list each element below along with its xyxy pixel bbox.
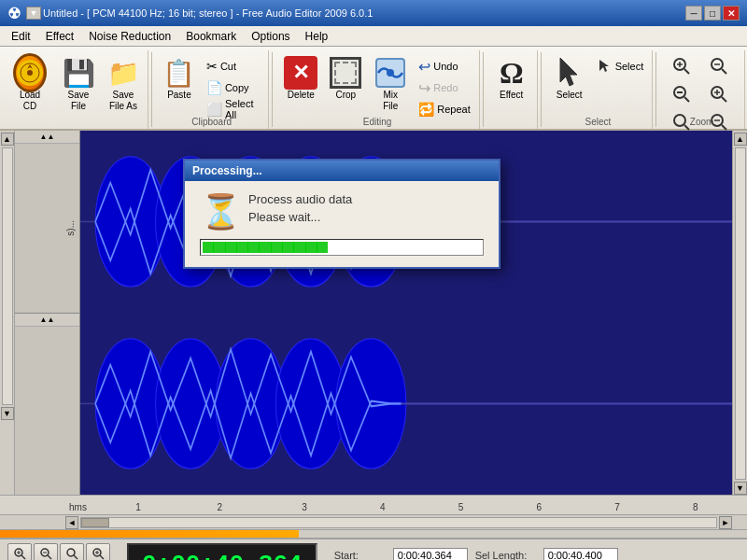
paste-label: Paste xyxy=(167,90,191,100)
cut-button[interactable]: ✂ Cut xyxy=(202,56,264,77)
delete-button[interactable]: ✕ Delete xyxy=(279,52,322,104)
right-scroll-down-btn[interactable]: ▼ xyxy=(734,482,747,495)
zoom-out-button[interactable] xyxy=(700,52,736,78)
close-btn[interactable]: ✕ xyxy=(723,6,740,21)
zoom-in-transport[interactable] xyxy=(7,543,32,560)
dialog-title: Processing... xyxy=(192,164,262,177)
save-file-as-button[interactable]: 📁 SaveFile As xyxy=(103,52,144,116)
select-group-label: Select xyxy=(544,117,653,127)
h-scroll-track[interactable] xyxy=(80,517,717,528)
ch1-label: s)... xyxy=(15,144,79,313)
svg-point-1 xyxy=(27,70,33,76)
progress-block xyxy=(272,242,282,253)
zoom-btn4[interactable] xyxy=(700,80,736,106)
ribbon-group-editing: ✕ Delete Crop xyxy=(275,50,479,129)
progress-block xyxy=(214,242,224,253)
menu-edit[interactable]: Edit xyxy=(4,28,38,45)
scroll-right-btn[interactable]: ► xyxy=(719,516,732,529)
time-display: 0:00:40.364 xyxy=(127,543,317,560)
menubar: Edit Effect Noise Reduction Bookmark Opt… xyxy=(0,26,747,47)
select2-icon xyxy=(598,59,613,74)
progress-bar-container xyxy=(200,239,484,256)
select-all-icon: ⬜ xyxy=(206,102,222,117)
ribbon-group-zoom: Zoom xyxy=(659,50,745,129)
zoom-out-transport[interactable] xyxy=(34,543,58,560)
effect-button[interactable]: Ω Effect xyxy=(490,52,533,104)
right-scroll-up-btn[interactable]: ▲ xyxy=(734,133,747,146)
svg-line-43 xyxy=(48,555,51,559)
save-file-button[interactable]: 💾 Save File xyxy=(56,52,101,116)
zoom-group-label: Zoom xyxy=(659,117,744,127)
ch2-collapse[interactable]: ▲▲ xyxy=(15,314,79,327)
maximize-btn[interactable]: □ xyxy=(704,6,721,21)
redo-button[interactable]: ↪ Redo xyxy=(414,77,474,98)
timeline-ticks: 1 2 3 4 5 6 7 8 xyxy=(80,494,732,512)
zoom-fit-button[interactable] xyxy=(663,80,698,106)
copy-button[interactable]: 📄 Copy xyxy=(202,77,264,98)
load-cd-button[interactable]: LoadCD xyxy=(6,52,54,116)
progress-block xyxy=(237,242,247,253)
scroll-left-btn[interactable]: ◄ xyxy=(65,516,78,529)
save-file-as-label: SaveFile As xyxy=(109,90,137,112)
zoom-fit-icon xyxy=(671,84,690,103)
progress-block xyxy=(226,242,236,253)
tick-4: 4 xyxy=(380,502,386,512)
dialog-body: ⏳ Process audio data Please wait... xyxy=(185,181,499,267)
app-icon: ☢ xyxy=(7,5,21,22)
mix-file-button[interactable]: MixFile xyxy=(369,52,412,116)
transport-controls xyxy=(7,543,110,560)
tick-5: 5 xyxy=(458,502,464,512)
title-minimize[interactable]: ▼ xyxy=(26,7,41,20)
titlebar-controls: ─ □ ✕ xyxy=(685,6,740,21)
left-scrollbar: ▲ ▼ xyxy=(0,131,15,495)
effect-label: Effect xyxy=(500,90,523,100)
clipboard-group-label: Clipboard xyxy=(155,117,268,127)
svg-line-9 xyxy=(722,69,726,74)
repeat-label: Repeat xyxy=(437,104,470,115)
minimize-btn[interactable]: ─ xyxy=(685,6,702,21)
zoom-out-icon xyxy=(709,56,727,75)
progress-block xyxy=(317,242,328,253)
sel-length-label: Sel Length: xyxy=(475,550,536,560)
crop-button[interactable]: Crop xyxy=(324,52,367,104)
svg-point-3 xyxy=(387,69,394,77)
zoom-select-transport[interactable] xyxy=(86,543,110,560)
tick-8: 8 xyxy=(693,502,698,512)
processing-dialog: Processing... ⏳ Process audio data Pleas… xyxy=(183,159,500,269)
progress-block xyxy=(203,242,213,253)
h-scroll-thumb[interactable] xyxy=(81,518,109,527)
cut-icon: ✂ xyxy=(206,59,218,74)
menu-bookmark[interactable]: Bookmark xyxy=(178,28,244,45)
waveform-display: ▲▲ s)... ▲▲ xyxy=(15,131,732,495)
select-button[interactable]: Select xyxy=(548,52,591,104)
dialog-line2: Please wait... xyxy=(248,210,352,224)
scroll-down-btn[interactable]: ▼ xyxy=(1,407,14,420)
ch2-collapse-icon: ▲▲ xyxy=(40,315,55,324)
ch1-label-text: s)... xyxy=(65,220,76,236)
redo-icon: ↪ xyxy=(418,79,430,97)
paste-button[interactable]: 📋 Paste xyxy=(159,52,200,104)
dialog-titlebar: Processing... xyxy=(185,161,499,181)
select2-button[interactable]: Select xyxy=(593,56,649,77)
menu-effect[interactable]: Effect xyxy=(38,28,81,45)
menu-help[interactable]: Help xyxy=(298,28,336,45)
scroll-up-btn[interactable]: ▲ xyxy=(1,133,14,146)
statusbar: 0:00:40.364 Start: 0:00:40.364 Sel Lengt… xyxy=(0,538,747,560)
undo-button[interactable]: ↩ Undo xyxy=(414,56,474,77)
copy-label: Copy xyxy=(225,82,249,93)
dialog-content: ⏳ Process audio data Please wait... xyxy=(200,192,484,231)
dialog-line1: Process audio data xyxy=(248,192,352,206)
zoom-fit-transport[interactable] xyxy=(60,543,84,560)
redo-label: Redo xyxy=(433,82,458,93)
menu-noise-reduction[interactable]: Noise Reduction xyxy=(81,28,178,45)
zoom-in-button[interactable] xyxy=(663,52,698,78)
ch1-collapse[interactable]: ▲▲ xyxy=(15,131,79,144)
cut-label: Cut xyxy=(220,61,236,72)
tick-6: 6 xyxy=(537,502,543,512)
ch2-label xyxy=(15,327,79,496)
menu-options[interactable]: Options xyxy=(244,28,297,45)
svg-line-46 xyxy=(74,555,78,559)
delete-label: Delete xyxy=(288,90,315,100)
repeat-icon: 🔁 xyxy=(418,102,434,117)
svg-point-31 xyxy=(95,339,165,469)
